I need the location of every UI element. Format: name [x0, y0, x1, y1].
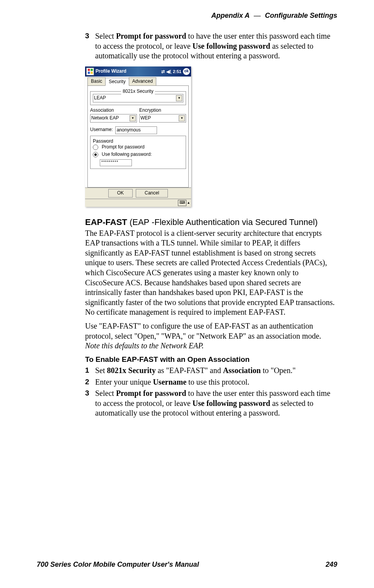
ok-button[interactable]: OK — [108, 189, 133, 197]
step-3: 3 Select Prompt for password to have the… — [85, 389, 337, 418]
running-header: Appendix A — Configurable Settings — [37, 12, 337, 20]
radio-prompt-for-password[interactable]: Prompt for password — [93, 144, 183, 150]
step-number: 3 — [85, 31, 95, 61]
eap-fast-heading: EAP-FAST (EAP -Flexible Authentication v… — [85, 217, 337, 228]
encryption-label: Encryption — [139, 107, 186, 113]
keyboard-icon[interactable]: ⌨ — [178, 200, 186, 206]
tab-basic[interactable]: Basic — [87, 77, 106, 85]
radio-label: Prompt for password — [102, 144, 145, 150]
security-legend: 8021x Security — [121, 89, 155, 94]
svg-rect-2 — [87, 72, 90, 74]
password-field[interactable]: ********* — [100, 159, 132, 166]
profile-wizard-screenshot: Profile Wizard ⇄ ◀ξ 2:51 ok Basic Securi… — [85, 66, 191, 207]
step-text: Select Prompt for password to have the u… — [95, 389, 337, 418]
step-2: 2 Enter your unique Username to use this… — [85, 377, 337, 387]
up-arrow-icon[interactable]: ▴ — [188, 200, 190, 205]
svg-rect-3 — [91, 72, 93, 74]
svg-rect-0 — [87, 69, 90, 71]
association-label: Association — [90, 107, 137, 113]
step-number: 3 — [85, 389, 95, 418]
eap-fast-paragraph-1: The EAP-FAST protocol is a client-server… — [85, 228, 337, 317]
page-footer: 700 Series Color Mobile Computer User's … — [37, 561, 337, 569]
ok-badge-icon[interactable]: ok — [183, 68, 190, 75]
chevron-down-icon[interactable]: ▾ — [130, 115, 136, 121]
step-number: 1 — [85, 366, 95, 376]
footer-manual-title: 700 Series Color Mobile Computer User's … — [37, 561, 199, 569]
radio-icon — [93, 145, 98, 150]
sip-bar: ⌨ ▴ — [85, 199, 191, 207]
svg-rect-1 — [91, 69, 93, 71]
tab-strip: Basic Security Advanced — [87, 77, 189, 85]
continued-step-3: 3 Select Prompt for password to have the… — [85, 31, 337, 61]
header-section: Configurable Settings — [265, 12, 337, 19]
chevron-down-icon[interactable]: ▾ — [176, 95, 182, 101]
step-text: Enter your unique Username to use this p… — [95, 377, 337, 387]
connectivity-icon: ⇄ — [161, 69, 165, 74]
association-value: Network EAP — [91, 115, 119, 121]
windows-flag-icon — [86, 68, 94, 75]
step-1: 1 Set 8021x Security as "EAP-FAST" and A… — [85, 366, 337, 376]
cancel-button[interactable]: Cancel — [136, 189, 168, 197]
association-combo[interactable]: Network EAP ▾ — [90, 114, 137, 123]
eap-fast-paragraph-2: Use "EAP-FAST" to configure the use of E… — [85, 321, 337, 351]
header-appendix: Appendix A — [211, 12, 249, 19]
speaker-icon: ◀ξ — [166, 69, 171, 74]
clock-text: 2:51 — [173, 69, 181, 74]
username-field[interactable]: anonymous — [115, 126, 157, 134]
username-label: Username: — [90, 127, 113, 133]
encryption-combo[interactable]: WEP ▾ — [139, 114, 186, 123]
window-title: Profile Wizard — [96, 68, 161, 74]
header-dash: — — [254, 12, 261, 19]
step-text: Select Prompt for password to have the u… — [95, 31, 337, 61]
chevron-down-icon[interactable]: ▾ — [179, 115, 185, 121]
radio-use-following-password[interactable]: Use following password: — [93, 152, 183, 157]
titlebar: Profile Wizard ⇄ ◀ξ 2:51 ok — [85, 66, 191, 77]
step-text: Set 8021x Security as "EAP-FAST" and Ass… — [95, 366, 337, 376]
tab-advanced[interactable]: Advanced — [129, 77, 156, 85]
password-legend: Password — [93, 138, 183, 144]
encryption-value: WEP — [140, 115, 151, 121]
footer-page-number: 249 — [326, 561, 337, 569]
enable-eap-fast-open-heading: To Enable EAP-FAST with an Open Associat… — [85, 355, 337, 364]
security-value: LEAP — [94, 95, 106, 101]
radio-label: Use following password: — [102, 152, 152, 157]
radio-icon — [93, 152, 98, 157]
tab-security[interactable]: Security — [105, 78, 129, 86]
security-combo[interactable]: LEAP ▾ — [93, 94, 183, 102]
step-number: 2 — [85, 377, 95, 387]
